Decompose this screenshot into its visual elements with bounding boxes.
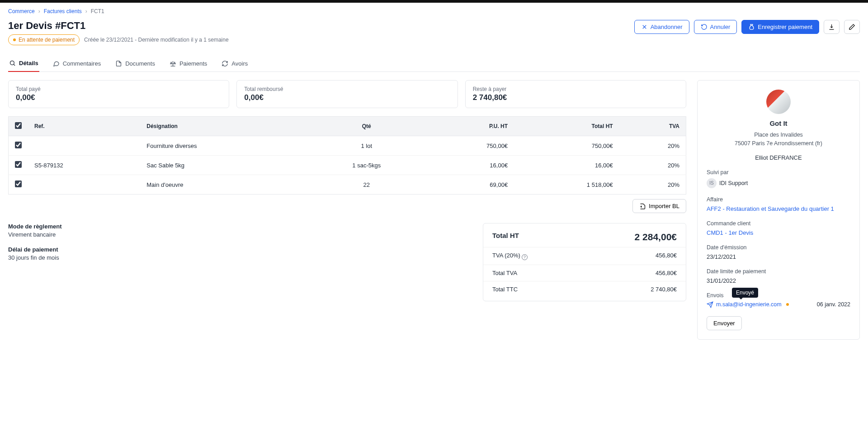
help-icon[interactable]: ? [522, 254, 528, 260]
card-remaining-value: 2 740,80€ [473, 93, 679, 102]
row-checkbox[interactable] [15, 161, 22, 168]
col-qty: Qté [311, 117, 422, 136]
cell-pu: 750,00€ [422, 136, 514, 156]
envois-label: Envois [707, 292, 850, 299]
cell-designation: Main d'oeuvre [140, 175, 311, 195]
breadcrumb: Commerce › Factures clients › FCT1 [8, 5, 860, 20]
scale-icon [170, 60, 176, 67]
total-ht-value: 2 284,00€ [635, 232, 677, 242]
send-icon [707, 301, 713, 308]
envoi-email-text: m.sala@id-ingenierie.com [716, 301, 782, 308]
follower-avatar: IS [707, 178, 717, 188]
abandon-button[interactable]: Abandonner [634, 20, 689, 34]
tva20-label: TVA (20%)? [492, 252, 528, 260]
order-link[interactable]: CMD1 - 1er Devis [707, 229, 753, 236]
import-bl-button[interactable]: Importer BL [632, 199, 686, 213]
payment-mode-value: Virement bancaire [8, 231, 469, 238]
customer-contact: Elliot DEFRANCE [707, 154, 850, 161]
affaire-link[interactable]: AFF2 - Restauration et Sauvegarde du qua… [707, 205, 834, 212]
register-payment-button[interactable]: Enregistrer paiement [741, 20, 819, 34]
cell-ref [28, 175, 140, 195]
refresh-icon [222, 60, 228, 67]
customer-address-line1: Place des Invalides [707, 131, 850, 139]
tab-credits-label: Avoirs [231, 60, 248, 67]
total-ht-label: Total HT [492, 232, 519, 242]
breadcrumb-commerce[interactable]: Commerce [8, 8, 35, 14]
cell-tva: 20% [619, 175, 686, 195]
close-icon [641, 24, 648, 30]
affaire-label: Affaire [707, 196, 850, 203]
payment-mode-label: Mode de règlement [8, 223, 469, 230]
col-pu-ht: P.U. HT [422, 117, 514, 136]
card-total-paid: Total payé 0,00€ [8, 80, 229, 108]
card-refunded-label: Total remboursé [244, 86, 450, 92]
cancel-button[interactable]: Annuler [694, 20, 737, 34]
tab-payments[interactable]: Paiements [169, 55, 208, 71]
cell-pu: 16,00€ [422, 156, 514, 175]
tab-documents-label: Documents [125, 60, 155, 67]
cell-designation: Fourniture diverses [140, 136, 311, 156]
cell-ref: S5-879132 [28, 156, 140, 175]
cell-total: 750,00€ [514, 136, 619, 156]
cell-designation: Sac Sable 5kg [140, 156, 311, 175]
send-button[interactable]: Envoyer [707, 316, 742, 330]
cell-tva: 20% [619, 136, 686, 156]
breadcrumb-invoices[interactable]: Factures clients [44, 8, 82, 14]
tab-credits[interactable]: Avoirs [221, 55, 249, 71]
abandon-label: Abandonner [651, 24, 683, 30]
status-dot-icon [13, 38, 16, 41]
emission-date-label: Date d'émission [707, 244, 850, 251]
emission-date-value: 23/12/2021 [707, 253, 850, 260]
tva-total-label: Total TVA [492, 270, 517, 276]
search-icon [9, 60, 16, 66]
tva-total-value: 456,80€ [656, 270, 677, 276]
tab-documents[interactable]: Documents [114, 55, 156, 71]
payment-delay-label: Délai de paiement [8, 246, 469, 253]
cell-tva: 20% [619, 156, 686, 175]
cell-pu: 69,00€ [422, 175, 514, 195]
tab-comments[interactable]: Commentaires [52, 55, 102, 71]
register-payment-label: Enregistrer paiement [758, 24, 812, 30]
import-icon [639, 203, 646, 209]
follower-chip: IS IDI Support [707, 178, 748, 188]
table-row: Fourniture diverses1 lot750,00€750,00€20… [9, 136, 686, 156]
money-bag-icon [748, 24, 755, 30]
cell-total: 1 518,00€ [514, 175, 619, 195]
cell-qty: 1 lot [311, 136, 422, 156]
tab-comments-label: Commentaires [63, 60, 101, 67]
envoi-tooltip: Envoyé [732, 288, 758, 298]
items-table: Ref. Désignation Qté P.U. HT Total HT TV… [8, 116, 686, 195]
tab-payments-label: Paiements [179, 60, 207, 67]
pencil-icon [849, 24, 855, 30]
download-button[interactable] [824, 20, 840, 34]
due-date-value: 31/01/2022 [707, 277, 850, 284]
document-icon [115, 60, 122, 67]
row-checkbox[interactable] [15, 180, 22, 187]
customer-sidebar: Got It Place des Invalides 75007 Paris 7… [697, 80, 860, 340]
window-topbar [0, 0, 868, 3]
payment-delay-value: 30 jours fin de mois [8, 254, 469, 261]
tab-details[interactable]: Détails [8, 55, 39, 72]
chat-icon [53, 60, 60, 67]
customer-address-line2: 75007 Paris 7e Arrondissement (fr) [707, 139, 850, 148]
undo-icon [701, 24, 708, 30]
tabs: Détails Commentaires Documents Paiements… [8, 55, 860, 72]
col-tva: TVA [619, 117, 686, 136]
envoi-email-link[interactable]: m.sala@id-ingenierie.com [707, 301, 789, 308]
row-checkbox[interactable] [15, 142, 22, 148]
card-paid-label: Total payé [16, 86, 222, 92]
envoi-date: 06 janv. 2022 [817, 301, 850, 308]
cell-total: 16,00€ [514, 156, 619, 175]
card-paid-value: 0,00€ [16, 93, 222, 102]
select-all-checkbox[interactable] [15, 122, 22, 129]
col-ref: Ref. [28, 117, 140, 136]
card-total-refunded: Total remboursé 0,00€ [236, 80, 458, 108]
followed-by-label: Suivi par [707, 169, 850, 176]
tva20-value: 456,80€ [656, 252, 677, 260]
envoi-status-dot-icon [786, 303, 789, 306]
due-date-label: Date limite de paiement [707, 268, 850, 275]
follower-name: IDI Support [719, 180, 748, 186]
order-label: Commande client [707, 220, 850, 227]
edit-button[interactable] [844, 20, 860, 34]
breadcrumb-current: FCT1 [91, 8, 104, 14]
